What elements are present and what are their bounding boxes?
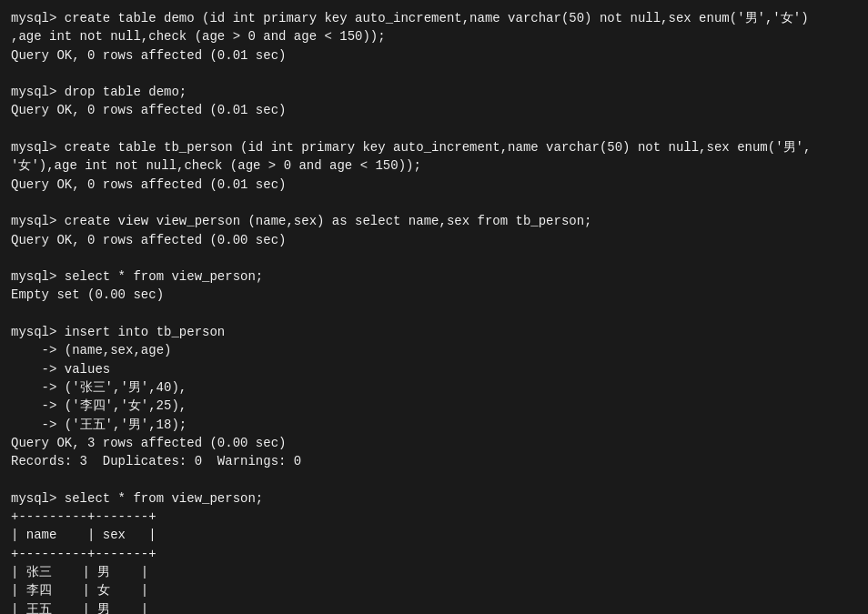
terminal-output: mysql> create table demo (id int primary… <box>11 9 857 614</box>
